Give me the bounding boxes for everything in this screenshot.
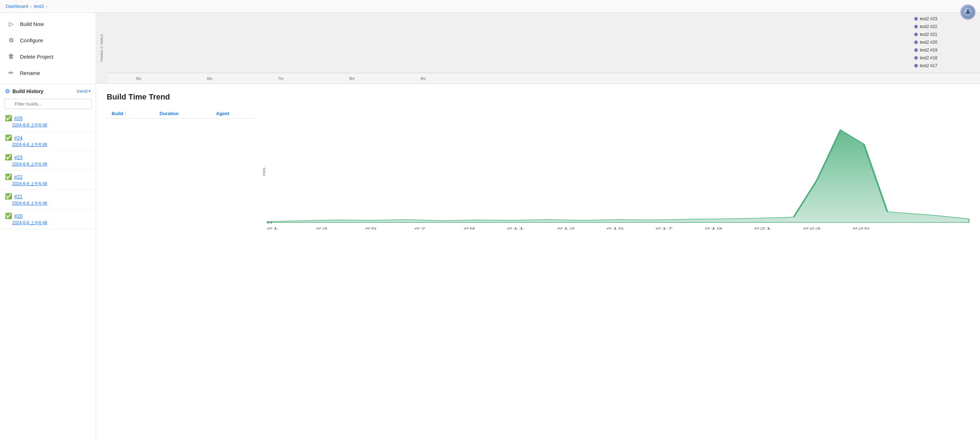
configure-label: Configure <box>20 37 43 43</box>
timeline-dot-label: test2 #22 <box>920 24 937 29</box>
rename-label: Rename <box>20 70 40 76</box>
list-item[interactable]: ✅ #21 2024-6-8 上午6:48 <box>0 190 95 210</box>
sidebar-menu: ▷ Build Now⚙ Configure🗑 Delete Project✏ … <box>0 13 95 84</box>
col-agent: Agent <box>211 109 256 119</box>
build-link[interactable]: #21 <box>14 194 22 199</box>
timeline-dot-row: test2 #20 <box>914 40 937 45</box>
chart-svg: #1 #3 #5 #7 #9 #11 #13 #15 #17 #19 #21 #… <box>267 109 969 233</box>
timeline-dot-label: test2 #23 <box>920 16 937 21</box>
svg-text:#19: #19 <box>705 227 722 230</box>
timeline-dot <box>914 25 918 29</box>
check-icon: ✅ <box>5 212 12 219</box>
svg-text:#7: #7 <box>414 227 426 230</box>
build-history-title: ⊙ Build History <box>5 88 43 95</box>
timeline-dot-label: test2 #19 <box>920 48 937 52</box>
breadcrumb-sep-1: › <box>30 4 32 9</box>
build-number: ✅ #21 <box>5 193 91 200</box>
svg-text:#21: #21 <box>754 227 771 230</box>
svg-text:#3: #3 <box>316 227 328 230</box>
build-number: ✅ #20 <box>5 212 91 219</box>
col-build: Build ↑ <box>107 109 155 119</box>
timeline-dot-row: test2 #18 <box>914 55 937 60</box>
chevron-down-icon: ▾ <box>89 89 91 93</box>
sidebar-item-delete-project[interactable]: 🗑 Delete Project <box>0 48 95 65</box>
build-list: ✅ #25 2024-6-8 上午6:48 ✅ #24 2024-6-8 上午6… <box>0 112 95 442</box>
timeline-tick: 5hr <box>136 76 142 81</box>
build-link[interactable]: #25 <box>14 116 22 121</box>
timeline-axis: 5hr6hr7hr8hr9hr <box>107 73 980 84</box>
delete-project-icon: 🗑 <box>7 52 15 60</box>
timeline-dot <box>914 17 918 21</box>
check-icon: ✅ <box>5 173 12 180</box>
sidebar-item-rename[interactable]: ✏ Rename <box>0 65 95 81</box>
timeline-dot <box>914 48 918 52</box>
sidebar-item-build-now[interactable]: ▷ Build Now <box>0 16 95 32</box>
chart-area: mins #1 <box>267 109 969 234</box>
svg-text:#23: #23 <box>803 227 820 230</box>
sidebar-item-configure[interactable]: ⚙ Configure <box>0 32 95 48</box>
svg-text:#9: #9 <box>463 227 475 230</box>
breadcrumb: Dashboard › test2 › <box>0 0 980 13</box>
col-duration: Duration <box>155 109 211 119</box>
timeline-dot-label: test2 #21 <box>920 32 937 37</box>
build-history-icon: ⊙ <box>5 88 10 95</box>
list-item[interactable]: ✅ #23 2024-6-8 上午6:48 <box>0 151 95 171</box>
build-now-label: Build Now <box>20 21 44 27</box>
timeline-tick: 9hr <box>420 76 426 81</box>
timeline-tick: 6hr <box>207 76 213 81</box>
rename-icon: ✏ <box>7 69 15 77</box>
build-date: 2024-6-8 上午6:48 <box>5 142 91 148</box>
build-link[interactable]: #22 <box>14 174 22 180</box>
timeline-dots: test2 #23 test2 #22 test2 #21 test2 #20 … <box>914 16 937 68</box>
timeline-dot-label: test2 #20 <box>920 40 937 45</box>
breadcrumb-test2[interactable]: test2 <box>34 3 44 9</box>
filter-input[interactable] <box>4 99 91 109</box>
avatar-button[interactable] <box>960 4 976 20</box>
list-item[interactable]: ✅ #25 2024-6-8 上午6:48 <box>0 112 95 131</box>
svg-text:#5: #5 <box>365 227 377 230</box>
build-link[interactable]: #24 <box>14 135 22 141</box>
build-number: ✅ #22 <box>5 173 91 180</box>
timeline-dot-row: test2 #19 <box>914 48 937 52</box>
timeline-dot-row: test2 #17 <box>914 63 937 68</box>
list-item[interactable]: ✅ #22 2024-6-8 上午6:48 <box>0 171 95 190</box>
trend-button[interactable]: trend ▾ <box>77 89 91 94</box>
timeline-tick: 8hr <box>349 76 355 81</box>
svg-text:#11: #11 <box>507 227 524 230</box>
check-icon: ✅ <box>5 134 12 141</box>
build-number: ✅ #24 <box>5 134 91 141</box>
timeline-dot-row: test2 #22 <box>914 24 937 29</box>
build-date: 2024-6-8 上午6:48 <box>5 200 91 206</box>
build-date: 2024-6-8 上午6:48 <box>5 220 91 226</box>
sidebar: ▷ Build Now⚙ Configure🗑 Delete Project✏ … <box>0 13 96 442</box>
build-number: ✅ #25 <box>5 115 91 122</box>
timeline-dot <box>914 41 918 44</box>
timeline-label-wrap: Timeline © SIMILE <box>96 13 107 84</box>
chart-y-label: mins <box>262 167 266 176</box>
svg-text:#13: #13 <box>557 227 574 230</box>
list-item[interactable]: ✅ #20 2024-6-8 上午6:48 <box>0 210 95 229</box>
build-history-header: ⊙ Build History trend ▾ <box>0 84 95 97</box>
trend-table: Build ↑ Duration Agent <box>107 109 256 119</box>
timeline-dot-row: test2 #23 <box>914 16 937 21</box>
timeline-dot <box>914 56 918 60</box>
timeline-tick: 7hr <box>278 76 284 81</box>
build-date: 2024-6-8 上午6:48 <box>5 122 91 128</box>
build-date: 2024-6-8 上午6:48 <box>5 181 91 187</box>
configure-icon: ⚙ <box>7 36 15 44</box>
timeline-dot-label: test2 #18 <box>920 55 937 60</box>
breadcrumb-dashboard[interactable]: Dashboard <box>6 3 29 9</box>
breadcrumb-sep-2: › <box>46 4 48 9</box>
sort-icon: ↑ <box>124 112 126 116</box>
delete-project-label: Delete Project <box>20 54 53 60</box>
build-link[interactable]: #23 <box>14 155 22 160</box>
build-history-label: Build History <box>13 89 43 94</box>
svg-text:#1: #1 <box>267 227 278 230</box>
timeline-dot-label: test2 #17 <box>920 63 937 68</box>
build-now-icon: ▷ <box>7 20 15 28</box>
svg-text:#15: #15 <box>606 227 624 230</box>
list-item[interactable]: ✅ #24 2024-6-8 上午6:48 <box>0 131 95 151</box>
main-content: Timeline © SIMILE test2 #23 test2 #22 te… <box>96 13 980 442</box>
build-link[interactable]: #20 <box>14 213 22 219</box>
trend-title: Build Time Trend <box>107 92 969 101</box>
